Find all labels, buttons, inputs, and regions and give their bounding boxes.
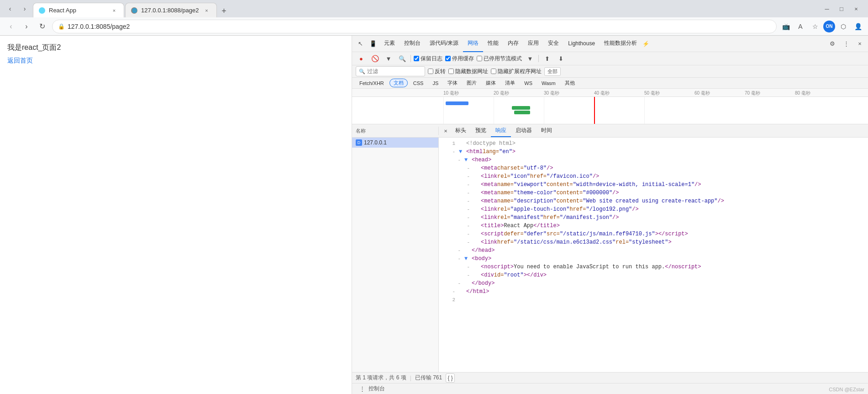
timeline-label-50ms: 50 毫秒 [644, 90, 660, 96]
tab-performance[interactable]: 性能 [483, 36, 503, 52]
tab-elements[interactable]: 元素 [379, 36, 400, 52]
response-close-btn[interactable]: × [441, 126, 451, 136]
invert-checkbox[interactable] [428, 69, 433, 74]
code-line-noscript: - <noscript> You need to enable JavaScri… [439, 263, 868, 271]
back-btn[interactable]: ‹ [4, 19, 18, 34]
filter-input[interactable] [367, 68, 422, 75]
react-favicon [39, 7, 45, 14]
tab-bar: ‹ › React App × 🌐 127.0.0.1:8088/page2 ×… [0, 0, 868, 17]
tab-performance-insights[interactable]: 性能数据分析 [600, 36, 642, 52]
transferred-size: 已传输 761 [415, 374, 442, 382]
tab-security[interactable]: 安全 [543, 36, 563, 52]
import-har-btn[interactable]: ⬆ [542, 53, 552, 64]
hide-extension-label[interactable]: 隐藏扩展程序网址 [491, 68, 542, 75]
type-img[interactable]: 图片 [463, 79, 480, 87]
disable-cache-checkbox[interactable] [445, 56, 451, 61]
preserve-log-label[interactable]: 保留日志 [414, 55, 442, 63]
resp-tab-timing[interactable]: 时间 [537, 124, 557, 137]
inspect-element-btn[interactable]: ↖ [354, 37, 367, 50]
filter-network-btn[interactable]: ▼ [383, 53, 394, 64]
type-font[interactable]: 字体 [444, 79, 461, 87]
type-wasm[interactable]: Wasm [538, 80, 559, 86]
request-item-0[interactable]: D 127.0.0.1 [352, 138, 438, 148]
devtools-settings: ⚙ ⋮ × [826, 37, 866, 50]
export-har-btn[interactable]: ⬇ [555, 53, 566, 64]
hide-data-url-checkbox[interactable] [448, 69, 454, 74]
forward-btn[interactable]: › [19, 19, 34, 34]
disable-cache-label[interactable]: 停用缓存 [445, 55, 474, 63]
timeline-label-20ms: 20 毫秒 [494, 90, 509, 96]
devtools-close-btn[interactable]: × [853, 37, 866, 50]
hide-extension-checkbox[interactable] [491, 69, 496, 74]
offline-label[interactable]: 已停用节流模式 [477, 55, 522, 63]
tab-application[interactable]: 应用 [523, 36, 543, 52]
type-css[interactable]: CSS [410, 80, 427, 86]
type-manifest[interactable]: 清单 [501, 79, 519, 87]
all-filter-tag[interactable]: 全部 [544, 67, 561, 76]
home-link[interactable]: 返回首页 [7, 57, 33, 64]
code-line-div-root: - <div id= "root" ></div> [439, 271, 868, 279]
bookmark-icon[interactable]: ☆ [809, 20, 821, 33]
tab-console[interactable]: 控制台 [400, 36, 425, 52]
minimize-btn[interactable]: ─ [821, 2, 833, 15]
hide-data-url-label[interactable]: 隐藏数据网址 [448, 68, 488, 75]
clear-btn[interactable]: 🚫 [369, 53, 380, 64]
type-fetch-xhr[interactable]: Fetch/XHR [356, 80, 388, 86]
code-line-link-manifest: - <link rel= "manifest" href= "/manifest… [439, 213, 868, 222]
search-network-btn[interactable]: 🔍 [397, 53, 408, 64]
type-doc[interactable]: 文档 [389, 79, 408, 87]
record-btn[interactable]: ● [356, 53, 367, 64]
back-history-btn[interactable]: ‹ [4, 2, 16, 15]
type-ws[interactable]: WS [521, 80, 536, 86]
close-btn[interactable]: × [850, 2, 863, 15]
translate-icon[interactable]: A [794, 20, 807, 33]
tab-lighthouse[interactable]: Lighthouse [563, 36, 600, 52]
resp-tab-preview[interactable]: 预览 [471, 124, 491, 137]
devtools-more-btn[interactable]: ⋮ [840, 37, 852, 50]
devtools-settings-btn[interactable]: ⚙ [826, 37, 839, 50]
throttle-dropdown-btn[interactable]: ▼ [525, 53, 536, 64]
tab-close-btn-2[interactable]: × [203, 6, 211, 15]
tab-memory[interactable]: 内存 [503, 36, 523, 52]
code-line-1: 1 <!doctype html> [439, 139, 868, 148]
profile-btn[interactable]: ON [823, 21, 835, 32]
new-tab-btn[interactable]: + [218, 5, 231, 17]
invert-label[interactable]: 反转 [428, 68, 446, 75]
type-media[interactable]: 媒体 [482, 79, 500, 87]
extensions-icon[interactable]: ⬡ [837, 20, 850, 33]
resp-tab-initiator[interactable]: 启动器 [511, 124, 537, 137]
screen-cast-icon[interactable]: 📺 [779, 20, 792, 33]
address-input[interactable] [68, 23, 771, 30]
tab-close-btn-1[interactable]: × [110, 6, 118, 15]
code-line-title: - <title> React App </title> [439, 222, 868, 230]
req-bar-1 [446, 101, 468, 105]
devtools-panel: ↖ 📱 元素 控制台 源代码/来源 网络 性能 内存 应用 安全 Lightho… [352, 36, 868, 394]
code-line-link-css: - <link href= "/static/css/main.e6c13ad2… [439, 238, 868, 246]
pretty-print-btn[interactable]: { } [446, 373, 455, 383]
resp-tab-response[interactable]: 响应 [491, 124, 511, 137]
addr-right-icons: 📺 A ☆ ON ⬡ 👤 [779, 20, 864, 33]
maximize-btn[interactable]: □ [835, 2, 848, 15]
doc-icon: D [356, 139, 362, 146]
forward-history-btn[interactable]: › [18, 2, 31, 15]
preserve-log-checkbox[interactable] [414, 56, 419, 61]
type-js[interactable]: JS [429, 80, 442, 86]
tab-network[interactable]: 网络 [463, 36, 483, 52]
tab-devtools[interactable]: 🌐 127.0.0.1:8088/page2 × [125, 3, 217, 17]
reload-btn[interactable]: ↻ [35, 19, 49, 34]
type-other[interactable]: 其他 [561, 79, 579, 87]
device-toolbar-btn[interactable]: 📱 [367, 37, 379, 50]
address-input-wrap[interactable]: 🔒 [52, 20, 777, 33]
offline-checkbox[interactable] [477, 56, 482, 61]
user-profile-icon[interactable]: 👤 [852, 20, 864, 33]
code-viewer[interactable]: 1 <!doctype html> - ▼ <html lang= "en" > [439, 138, 868, 372]
req-bar-3 [514, 111, 530, 114]
grid-50ms [644, 97, 645, 124]
resp-tab-headers[interactable]: 标头 [451, 124, 471, 137]
tab-sources[interactable]: 源代码/来源 [425, 36, 463, 52]
filter-input-wrap[interactable]: 🔍 [356, 66, 425, 76]
console-more-btn[interactable]: ⋮ [356, 383, 368, 394]
name-col-header: 名称 [352, 127, 439, 135]
tab-react-app[interactable]: React App × [33, 3, 124, 17]
timeline-label-30ms: 30 毫秒 [544, 90, 559, 96]
